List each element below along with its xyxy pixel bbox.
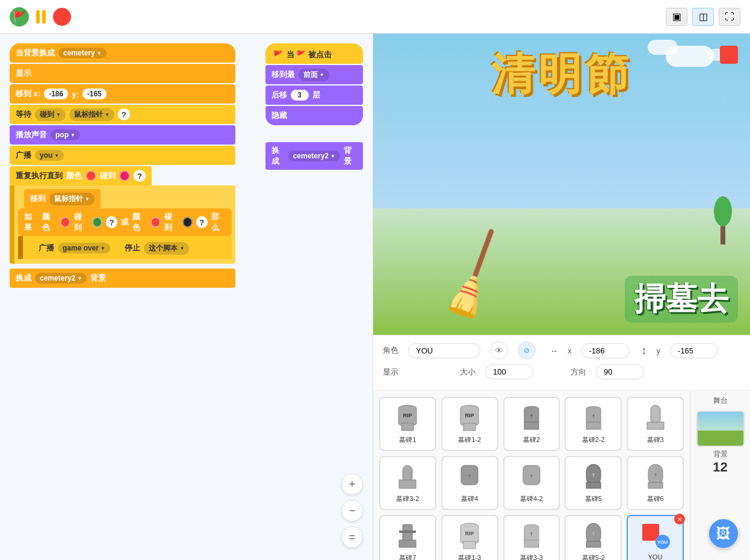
back-val-input[interactable]: 3 xyxy=(291,90,309,101)
touches-label2: 碰到 xyxy=(74,211,88,233)
sprite-card-tombstone4-2[interactable]: † 墓碑4-2 xyxy=(503,456,560,510)
stage-subtitle: 掃墓去 xyxy=(625,276,738,323)
sprite-card-you[interactable]: ✕ YOU YOU xyxy=(627,515,684,560)
svg-text:†: † xyxy=(654,472,656,478)
sprite-card-tombstone3-2[interactable]: 墓碑3-2 xyxy=(379,456,436,510)
sprite-name-t4: 墓碑4 xyxy=(461,494,478,503)
broadcast-dropdown[interactable]: you xyxy=(35,150,64,161)
pointer2-dropdown[interactable]: 鼠标指针 xyxy=(49,193,95,205)
touch-dropdown[interactable]: 碰到 xyxy=(35,108,66,121)
size-input[interactable] xyxy=(485,364,533,379)
sound-dropdown[interactable]: pop xyxy=(51,129,80,140)
sprite-thumb-t7 xyxy=(389,521,426,551)
sprite-card-tombstone2-2[interactable]: † 墓碑2-2 xyxy=(565,397,622,451)
switch-backdrop-block: 当背景换成 cemetery 显示 移到 x: -186 y: -165 等待 xyxy=(10,43,235,288)
pause-button[interactable] xyxy=(36,10,46,23)
zoom-out-button[interactable]: − xyxy=(341,500,363,521)
cemetery2-dropdown[interactable]: cemetery2 xyxy=(288,151,340,161)
green-flag-button[interactable]: 🚩 xyxy=(10,7,29,26)
sprite-delete-button[interactable]: ✕ xyxy=(674,514,685,524)
backdrop-dropdown[interactable]: cemetery xyxy=(58,48,107,58)
color-label2: 颜色 xyxy=(42,211,57,233)
sprite-card-tombstone3-3[interactable]: † 墓碑3-3 xyxy=(503,515,560,560)
code-panel: 当背景换成 cemetery 显示 移到 x: -186 y: -165 等待 xyxy=(0,34,373,560)
hide-visibility-button[interactable]: ⊘ xyxy=(518,341,536,359)
y-label: y xyxy=(657,346,661,355)
sprite-name-t3: 墓碑3 xyxy=(647,435,664,444)
x-input[interactable]: -186 xyxy=(44,89,68,99)
repeat-body: 移到 鼠标指针 xyxy=(10,185,235,208)
backdrop2-dropdown[interactable]: cemetery2 xyxy=(35,273,87,284)
zoom-reset-button[interactable]: = xyxy=(341,526,363,548)
sprite-card-you-wrapper: ✕ YOU YOU xyxy=(627,515,684,560)
stop-dropdown[interactable]: 这个脚本 xyxy=(144,242,189,255)
sprites-area: RIP 墓碑1 RIP 墓碑1-2 † xyxy=(373,391,750,560)
sprite-thumb-t4-2: † xyxy=(513,462,550,492)
red-swatch3[interactable] xyxy=(150,217,161,228)
sprite-label: 角色 xyxy=(383,345,398,356)
red-color-swatch[interactable] xyxy=(85,170,96,181)
sprite-card-tombstone5-2[interactable]: † 墓碑5-2 xyxy=(565,515,622,560)
svg-text:†: † xyxy=(468,473,471,479)
green-swatch[interactable] xyxy=(92,217,102,228)
sprite-card-tombstone1[interactable]: RIP 墓碑1 xyxy=(379,397,436,451)
svg-rect-33 xyxy=(524,540,539,547)
stop-block: 停止 这个脚本 xyxy=(119,238,195,258)
add-sprite-button[interactable]: 🖼 xyxy=(709,519,738,548)
svg-text:RIP: RIP xyxy=(465,530,474,537)
bg-word-label: 背景 xyxy=(90,273,106,284)
y-coord-input[interactable] xyxy=(670,343,718,358)
fullscreen-button[interactable]: ⛶ xyxy=(719,8,740,26)
direction-input[interactable] xyxy=(596,364,644,379)
sprite-thumb-t1-2: RIP xyxy=(451,403,488,433)
play-sound-label: 播放声音 xyxy=(16,129,47,140)
sprite-card-tombstone2[interactable]: † 墓碑2 xyxy=(503,397,560,451)
if-body: 广播 game over 停止 这个脚本 xyxy=(18,236,232,259)
sprite-card-tombstone4[interactable]: † 墓碑4 xyxy=(441,456,498,510)
svg-rect-13 xyxy=(647,422,664,429)
front-dropdown[interactable]: 前面 xyxy=(299,69,329,81)
wait-label: 等待 xyxy=(16,109,31,120)
show-visibility-button[interactable]: 👁 xyxy=(490,341,508,359)
x-coord-input[interactable] xyxy=(581,343,630,358)
play-sound-block: 播放声音 pop xyxy=(10,125,235,145)
touches-label3: 碰到 xyxy=(164,211,179,233)
sprite-name-t2: 墓碑2 xyxy=(523,435,540,444)
stage-view-button[interactable]: ◫ xyxy=(692,8,714,26)
main-content: 当背景换成 cemetery 显示 移到 x: -186 y: -165 等待 xyxy=(0,34,750,560)
pointer-dropdown[interactable]: 鼠标指针 xyxy=(69,108,114,121)
stop-label: 停止 xyxy=(125,243,140,254)
switch-backdrop2-block: 换成 cemetery2 背景 xyxy=(10,269,235,288)
zoom-in-button[interactable]: + xyxy=(341,473,363,495)
sprite-thumb-t3-3: † xyxy=(513,521,550,551)
flag-script: 🚩 当 🚩 被点击 移到最 前面 后移 3 层 隐藏 xyxy=(265,43,363,125)
svg-text:RIP: RIP xyxy=(465,412,474,418)
red-swatch2[interactable] xyxy=(60,217,70,228)
sprite-name-input[interactable] xyxy=(408,343,480,358)
split-view-button[interactable]: ▣ xyxy=(666,8,687,26)
q-icon3: ? xyxy=(196,216,208,228)
sprite-card-tombstone1-3[interactable]: RIP 墓碑1-3 xyxy=(441,515,498,560)
y-arrow-icon: ↕ xyxy=(642,344,647,357)
sprite-card-tombstone6[interactable]: † 墓碑6 xyxy=(627,456,684,510)
sprite-card-tombstone1-2[interactable]: RIP 墓碑1-2 xyxy=(441,397,498,451)
sprite-name-you: YOU xyxy=(648,553,663,560)
direction-label: 方向 xyxy=(571,367,586,378)
y-input[interactable]: -165 xyxy=(82,89,107,99)
pink-color-swatch[interactable] xyxy=(119,170,130,181)
q-icon: ? xyxy=(134,170,146,182)
sprite-card-tombstone3[interactable]: 墓碑3 xyxy=(627,397,684,451)
repeat-until-label: 重复执行直到 xyxy=(16,170,63,181)
sprite-thumb-t1: RIP xyxy=(389,403,426,433)
game-over-dropdown[interactable]: game over xyxy=(58,243,110,254)
stop-button[interactable] xyxy=(53,8,71,26)
stage-thumbnail[interactable] xyxy=(696,411,745,447)
bg-count: 12 xyxy=(713,459,727,475)
x-label: x xyxy=(568,346,572,355)
svg-rect-21 xyxy=(586,482,601,488)
black-swatch[interactable] xyxy=(182,217,193,228)
sprite-card-tombstone7[interactable]: 墓碑7 xyxy=(379,515,436,560)
sprite-card-tombstone5[interactable]: † 墓碑5 xyxy=(565,456,622,510)
svg-rect-36 xyxy=(586,541,601,547)
move-to-label: 移到 xyxy=(30,193,46,204)
